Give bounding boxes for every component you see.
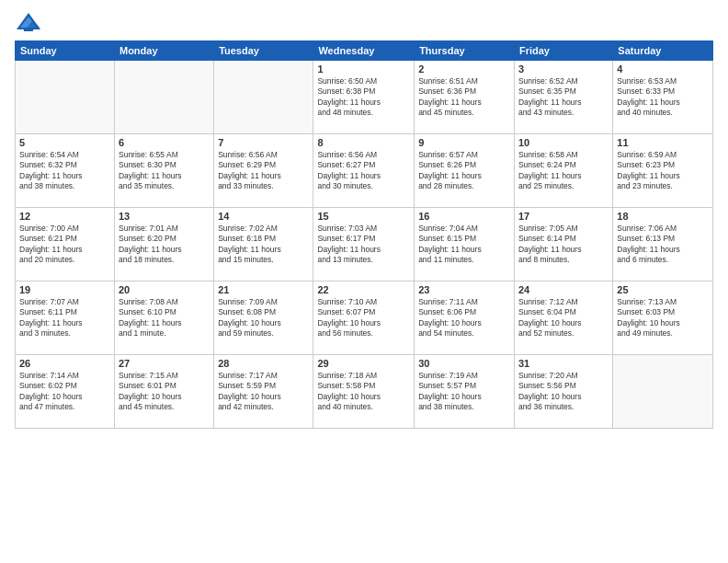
day-info: Sunrise: 7:11 AM Sunset: 6:06 PM Dayligh… xyxy=(418,297,510,339)
calendar-cell: 12Sunrise: 7:00 AM Sunset: 6:21 PM Dayli… xyxy=(16,208,115,282)
day-info: Sunrise: 6:57 AM Sunset: 6:26 PM Dayligh… xyxy=(418,150,510,192)
day-info: Sunrise: 7:08 AM Sunset: 6:10 PM Dayligh… xyxy=(119,297,210,339)
day-info: Sunrise: 7:04 AM Sunset: 6:15 PM Dayligh… xyxy=(418,224,510,266)
calendar-cell: 2Sunrise: 6:51 AM Sunset: 6:36 PM Daylig… xyxy=(415,61,515,134)
calendar-cell: 20Sunrise: 7:08 AM Sunset: 6:10 PM Dayli… xyxy=(114,282,213,355)
day-number: 18 xyxy=(617,211,709,222)
day-info: Sunrise: 7:02 AM Sunset: 6:18 PM Dayligh… xyxy=(218,224,309,266)
day-info: Sunrise: 7:03 AM Sunset: 6:17 PM Dayligh… xyxy=(317,224,410,266)
weekday-header-monday: Monday xyxy=(114,41,213,61)
day-info: Sunrise: 7:19 AM Sunset: 5:57 PM Dayligh… xyxy=(418,371,510,413)
weekday-header-row: SundayMondayTuesdayWednesdayThursdayFrid… xyxy=(16,41,713,61)
calendar-week-5: 26Sunrise: 7:14 AM Sunset: 6:02 PM Dayli… xyxy=(16,355,713,429)
calendar-cell: 23Sunrise: 7:11 AM Sunset: 6:06 PM Dayli… xyxy=(415,282,515,355)
day-info: Sunrise: 6:58 AM Sunset: 6:24 PM Dayligh… xyxy=(518,150,609,192)
calendar-cell: 6Sunrise: 6:55 AM Sunset: 6:30 PM Daylig… xyxy=(114,134,213,208)
calendar-cell: 17Sunrise: 7:05 AM Sunset: 6:14 PM Dayli… xyxy=(514,208,612,282)
day-number: 14 xyxy=(218,211,309,222)
day-number: 23 xyxy=(418,284,510,295)
day-number: 3 xyxy=(518,63,609,75)
day-number: 20 xyxy=(119,284,210,295)
weekday-header-sunday: Sunday xyxy=(16,41,115,61)
calendar-table: SundayMondayTuesdayWednesdayThursdayFrid… xyxy=(15,40,713,429)
day-info: Sunrise: 6:59 AM Sunset: 6:23 PM Dayligh… xyxy=(617,150,709,192)
day-info: Sunrise: 6:56 AM Sunset: 6:27 PM Dayligh… xyxy=(317,150,410,192)
calendar-cell: 14Sunrise: 7:02 AM Sunset: 6:18 PM Dayli… xyxy=(214,208,313,282)
day-info: Sunrise: 7:18 AM Sunset: 5:58 PM Dayligh… xyxy=(317,371,410,413)
day-number: 6 xyxy=(119,137,210,148)
weekday-header-friday: Friday xyxy=(514,41,612,61)
calendar-cell: 28Sunrise: 7:17 AM Sunset: 5:59 PM Dayli… xyxy=(214,355,313,429)
day-number: 7 xyxy=(218,137,309,148)
calendar-week-1: 1Sunrise: 6:50 AM Sunset: 6:38 PM Daylig… xyxy=(16,61,713,134)
calendar-cell xyxy=(613,355,713,429)
day-number: 1 xyxy=(317,63,410,75)
day-number: 21 xyxy=(218,284,309,295)
day-info: Sunrise: 7:07 AM Sunset: 6:11 PM Dayligh… xyxy=(19,297,110,339)
day-info: Sunrise: 6:52 AM Sunset: 6:35 PM Dayligh… xyxy=(518,76,609,119)
day-number: 11 xyxy=(617,137,709,148)
day-info: Sunrise: 7:09 AM Sunset: 6:08 PM Dayligh… xyxy=(218,297,309,339)
day-info: Sunrise: 7:06 AM Sunset: 6:13 PM Dayligh… xyxy=(617,224,709,266)
weekday-header-saturday: Saturday xyxy=(613,41,713,61)
logo xyxy=(15,11,46,33)
calendar-cell: 22Sunrise: 7:10 AM Sunset: 6:07 PM Dayli… xyxy=(313,282,415,355)
calendar-cell: 1Sunrise: 6:50 AM Sunset: 6:38 PM Daylig… xyxy=(313,61,415,134)
calendar-cell: 21Sunrise: 7:09 AM Sunset: 6:08 PM Dayli… xyxy=(214,282,313,355)
day-info: Sunrise: 7:12 AM Sunset: 6:04 PM Dayligh… xyxy=(518,297,609,339)
day-number: 13 xyxy=(119,211,210,222)
calendar-cell: 11Sunrise: 6:59 AM Sunset: 6:23 PM Dayli… xyxy=(613,134,713,208)
calendar-cell: 30Sunrise: 7:19 AM Sunset: 5:57 PM Dayli… xyxy=(415,355,515,429)
calendar-cell xyxy=(114,61,213,134)
calendar-page: SundayMondayTuesdayWednesdayThursdayFrid… xyxy=(0,0,728,563)
day-number: 24 xyxy=(518,284,609,295)
calendar-cell: 3Sunrise: 6:52 AM Sunset: 6:35 PM Daylig… xyxy=(514,61,612,134)
calendar-week-4: 19Sunrise: 7:07 AM Sunset: 6:11 PM Dayli… xyxy=(16,282,713,355)
day-number: 2 xyxy=(418,63,510,75)
calendar-cell: 26Sunrise: 7:14 AM Sunset: 6:02 PM Dayli… xyxy=(16,355,115,429)
day-info: Sunrise: 6:54 AM Sunset: 6:32 PM Dayligh… xyxy=(19,150,110,192)
calendar-cell: 18Sunrise: 7:06 AM Sunset: 6:13 PM Dayli… xyxy=(613,208,713,282)
logo-icon xyxy=(15,11,42,33)
day-info: Sunrise: 7:15 AM Sunset: 6:01 PM Dayligh… xyxy=(119,371,210,413)
day-number: 4 xyxy=(617,63,709,75)
day-number: 10 xyxy=(518,137,609,148)
calendar-cell: 29Sunrise: 7:18 AM Sunset: 5:58 PM Dayli… xyxy=(313,355,415,429)
day-number: 25 xyxy=(617,284,709,295)
header xyxy=(15,11,713,33)
day-number: 29 xyxy=(317,358,410,369)
day-info: Sunrise: 6:51 AM Sunset: 6:36 PM Dayligh… xyxy=(418,76,510,119)
day-info: Sunrise: 7:01 AM Sunset: 6:20 PM Dayligh… xyxy=(119,224,210,266)
calendar-cell: 15Sunrise: 7:03 AM Sunset: 6:17 PM Dayli… xyxy=(313,208,415,282)
day-number: 19 xyxy=(19,284,110,295)
day-info: Sunrise: 6:56 AM Sunset: 6:29 PM Dayligh… xyxy=(218,150,309,192)
day-number: 16 xyxy=(418,211,510,222)
calendar-cell: 13Sunrise: 7:01 AM Sunset: 6:20 PM Dayli… xyxy=(114,208,213,282)
day-info: Sunrise: 6:55 AM Sunset: 6:30 PM Dayligh… xyxy=(119,150,210,192)
calendar-cell: 27Sunrise: 7:15 AM Sunset: 6:01 PM Dayli… xyxy=(114,355,213,429)
weekday-header-tuesday: Tuesday xyxy=(214,41,313,61)
day-number: 31 xyxy=(518,358,609,369)
day-number: 27 xyxy=(119,358,210,369)
day-number: 30 xyxy=(418,358,510,369)
calendar-cell: 24Sunrise: 7:12 AM Sunset: 6:04 PM Dayli… xyxy=(514,282,612,355)
calendar-cell: 8Sunrise: 6:56 AM Sunset: 6:27 PM Daylig… xyxy=(313,134,415,208)
calendar-cell: 19Sunrise: 7:07 AM Sunset: 6:11 PM Dayli… xyxy=(16,282,115,355)
day-number: 28 xyxy=(218,358,309,369)
day-number: 15 xyxy=(317,211,410,222)
calendar-cell: 4Sunrise: 6:53 AM Sunset: 6:33 PM Daylig… xyxy=(613,61,713,134)
calendar-cell: 31Sunrise: 7:20 AM Sunset: 5:56 PM Dayli… xyxy=(514,355,612,429)
calendar-week-3: 12Sunrise: 7:00 AM Sunset: 6:21 PM Dayli… xyxy=(16,208,713,282)
day-info: Sunrise: 7:14 AM Sunset: 6:02 PM Dayligh… xyxy=(19,371,110,413)
day-info: Sunrise: 6:50 AM Sunset: 6:38 PM Dayligh… xyxy=(317,76,410,119)
weekday-header-wednesday: Wednesday xyxy=(313,41,415,61)
calendar-cell: 25Sunrise: 7:13 AM Sunset: 6:03 PM Dayli… xyxy=(613,282,713,355)
calendar-cell: 10Sunrise: 6:58 AM Sunset: 6:24 PM Dayli… xyxy=(514,134,612,208)
weekday-header-thursday: Thursday xyxy=(415,41,515,61)
day-number: 17 xyxy=(518,211,609,222)
day-info: Sunrise: 7:13 AM Sunset: 6:03 PM Dayligh… xyxy=(617,297,709,339)
day-number: 26 xyxy=(19,358,110,369)
calendar-cell: 7Sunrise: 6:56 AM Sunset: 6:29 PM Daylig… xyxy=(214,134,313,208)
day-info: Sunrise: 6:53 AM Sunset: 6:33 PM Dayligh… xyxy=(617,76,709,119)
calendar-cell xyxy=(16,61,115,134)
